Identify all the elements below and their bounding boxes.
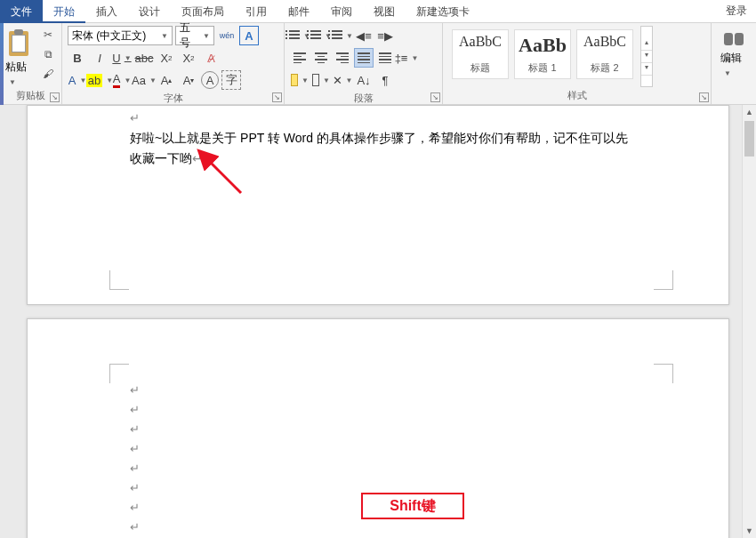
align-left-button[interactable] [290, 48, 310, 68]
paragraph-dialog-launcher[interactable]: ↘ [430, 92, 440, 102]
line-spacing-button[interactable]: ‡≡▼ [397, 48, 416, 68]
scroll-thumb[interactable] [744, 121, 754, 157]
numbering-button[interactable]: ▼ [311, 26, 331, 45]
align-right-button[interactable] [333, 48, 352, 68]
format-painter-button[interactable]: 🖌 [39, 65, 57, 83]
group-clipboard: 粘贴▼ ✂ ⧉ 🖌 剪贴板 ↘ [0, 23, 62, 104]
paragraph-mark: ↵ [130, 462, 140, 476]
group-clipboard-label: 剪贴板 [5, 87, 56, 104]
font-size-select[interactable]: 五号▼ [175, 26, 214, 45]
tab-home[interactable]: 开始 [43, 0, 85, 23]
paragraph-mark: ↵ [130, 422, 140, 437]
tab-references[interactable]: 引用 [235, 0, 277, 23]
paste-icon[interactable] [5, 26, 32, 58]
editing-label[interactable]: 编辑▼ [720, 51, 747, 78]
snap-to-grid-button[interactable]: ✕▼ [333, 70, 352, 90]
char-border-button[interactable]: A [239, 26, 259, 45]
clear-formatting-button[interactable]: A̷ [201, 48, 221, 68]
char-shading-button[interactable]: 字 [221, 70, 241, 90]
paragraph-mark: ↵ [130, 501, 140, 515]
tab-layout[interactable]: 页面布局 [171, 0, 235, 23]
margin-corner-br [654, 270, 673, 290]
annotation-arrow [201, 153, 245, 200]
align-justify-button[interactable] [354, 48, 374, 68]
multilevel-button[interactable]: ▼ [333, 26, 352, 45]
phonetic-guide-button[interactable]: wén [217, 26, 237, 45]
align-center-button[interactable] [311, 48, 331, 68]
grow-font-button[interactable]: A▴ [157, 70, 176, 90]
bullets-button[interactable]: ▼ [290, 26, 310, 45]
cut-button[interactable]: ✂ [39, 26, 57, 44]
group-paragraph: ▼ ▼ ▼ ◀≡ ≡▶ ‡≡▼ ▼ ▼ ✕▼ A↓ ¶ 段落 [285, 23, 443, 104]
login-link[interactable]: 登录 [726, 4, 747, 19]
styles-more-button[interactable]: ▴▾▾ [640, 26, 653, 87]
styles-dialog-launcher[interactable]: ↘ [699, 92, 709, 102]
font-color-button[interactable]: A▼ [112, 70, 132, 90]
tab-review[interactable]: 审阅 [320, 0, 363, 23]
find-icon[interactable] [722, 29, 745, 49]
tab-file[interactable]: 文件 [0, 0, 43, 23]
paste-label[interactable]: 粘贴▼ [5, 60, 32, 87]
increase-indent-button[interactable]: ≡▶ [375, 26, 395, 45]
tab-insert[interactable]: 插入 [85, 0, 128, 23]
vertical-scrollbar[interactable]: ▲ ▼ [742, 105, 756, 538]
tab-mail[interactable]: 邮件 [277, 0, 320, 23]
sort-button[interactable]: A↓ [354, 70, 374, 90]
copy-button[interactable]: ⧉ [39, 45, 57, 63]
font-dialog-launcher[interactable]: ↘ [272, 92, 282, 102]
tab-design[interactable]: 设计 [128, 0, 171, 23]
margin-corner-tl [109, 364, 129, 383]
shrink-font-button[interactable]: A▾ [179, 70, 198, 90]
italic-button[interactable]: I [90, 48, 109, 68]
group-font: 宋体 (中文正文)▼ 五号▼ wén A B I U▼ abc X2 X2 A̷… [62, 23, 285, 104]
paragraph-mark: ↵ [130, 403, 140, 417]
margin-corner-tr [654, 364, 673, 383]
svg-line-1 [208, 160, 241, 193]
tab-view[interactable]: 视图 [363, 0, 406, 23]
paragraph-mark: ↵ [130, 383, 140, 397]
paragraph-mark: ↵ [130, 442, 140, 456]
ribbon-tabs: 文件 开始 插入 设计 页面布局 引用 邮件 审阅 视图 新建选项卡 登录 [0, 0, 756, 23]
text-effects-button[interactable]: A▼ [68, 70, 87, 90]
font-name-select[interactable]: 宋体 (中文正文)▼ [68, 26, 173, 45]
paragraph-mark: ↵ [130, 520, 140, 534]
decrease-indent-button[interactable]: ◀≡ [354, 26, 374, 45]
page-1[interactable]: ↵ 好啦~以上就是关于 PPT 转 Word 的具体操作步骤了，希望能对你们有帮… [27, 105, 729, 305]
ribbon: 粘贴▼ ✂ ⧉ 🖌 剪贴板 ↘ 宋体 (中文正文)▼ 五号▼ wén A [0, 23, 756, 105]
paragraph-mark: ↵ [130, 481, 140, 495]
clipboard-dialog-launcher[interactable]: ↘ [50, 92, 60, 102]
style-item[interactable]: AaBbC标题 2 [576, 29, 633, 79]
borders-button[interactable]: ▼ [311, 70, 331, 90]
group-styles-label: 样式 [448, 87, 705, 104]
change-case-button[interactable]: Aa▼ [134, 70, 154, 90]
scroll-up-button[interactable]: ▲ [743, 105, 756, 119]
styles-gallery[interactable]: AaBbC标题AaBb标题 1AaBbC标题 2 [448, 26, 637, 87]
enclose-char-button[interactable]: A [201, 71, 219, 89]
group-styles: AaBbC标题AaBb标题 1AaBbC标题 2 ▴▾▾ 样式 ↘ [443, 23, 712, 104]
group-editing-label [717, 90, 751, 104]
page-2[interactable]: ↵ ↵ ↵ ↵ ↵ ↵ ↵ ↵ ↵ Shift键 [27, 318, 729, 538]
underline-button[interactable]: U▼ [112, 48, 132, 68]
superscript-button[interactable]: X2 [179, 48, 198, 68]
tab-newtab[interactable]: 新建选项卡 [406, 0, 480, 23]
bold-button[interactable]: B [68, 48, 87, 68]
scroll-down-button[interactable]: ▼ [743, 524, 756, 538]
highlight-button[interactable]: ab▼ [90, 70, 109, 90]
align-distributed-button[interactable] [375, 48, 395, 68]
margin-corner-bl [109, 270, 129, 290]
show-marks-button[interactable]: ¶ [375, 70, 395, 90]
subscript-button[interactable]: X2 [157, 48, 176, 68]
group-editing: 编辑▼ [712, 23, 756, 104]
paragraph-mark: ↵ [130, 111, 140, 125]
annotation-callout: Shift键 [361, 493, 464, 519]
document-area: ↵ 好啦~以上就是关于 PPT 转 Word 的具体操作步骤了，希望能对你们有帮… [0, 105, 742, 538]
style-item[interactable]: AaBb标题 1 [514, 29, 571, 79]
strikethrough-button[interactable]: abc [134, 48, 154, 68]
style-item[interactable]: AaBbC标题 [452, 29, 509, 79]
shading-button[interactable]: ▼ [290, 70, 310, 90]
